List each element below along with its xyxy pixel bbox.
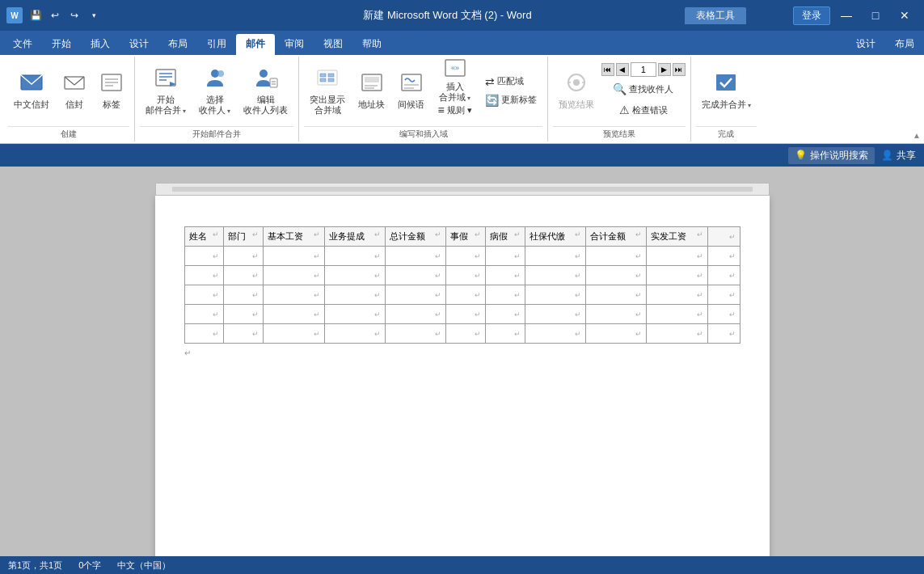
ribbon-group-start-merge: 开始邮件合并 ▾ 选择收件人 ▾ 编辑收件人列表 开始邮件合并 <box>135 57 299 141</box>
col-header-name: 姓名↵ <box>184 227 224 247</box>
cell: ↵ <box>525 266 585 285</box>
insert-merge-field-button[interactable]: «» 插入合并域 ▾ <box>432 62 477 99</box>
find-recipient-button[interactable]: 🔍 查找收件人 <box>607 80 679 98</box>
tab-table-design[interactable]: 设计 <box>846 34 885 55</box>
tab-layout[interactable]: 布局 <box>158 34 197 55</box>
document-page[interactable]: 姓名↵ 部门↵ 基本工资↵ 业务提成↵ 总计金额↵ 事假↵ 病假↵ 社保代缴↵ … <box>155 196 770 556</box>
tab-mailings[interactable]: 邮件 <box>236 34 275 55</box>
share-button[interactable]: 👤 共享 <box>881 149 916 162</box>
biaoqian-label: 标签 <box>103 99 120 110</box>
match-fields-label: 匹配域 <box>497 75 524 87</box>
search-help-button[interactable]: 💡 操作说明搜索 <box>788 147 875 164</box>
col-header-total-amount: 总计金额↵ <box>385 227 445 247</box>
redo-button[interactable]: ↪ <box>66 7 82 23</box>
cell: ↵ <box>707 247 740 266</box>
highlight-merge-label: 突出显示合并域 <box>310 95 345 116</box>
cell: ↵ <box>324 285 385 305</box>
zhongwen-xinfeng-label: 中文信封 <box>14 99 49 110</box>
undo-button[interactable]: ↩ <box>47 7 63 23</box>
cell: ↵ <box>445 305 485 324</box>
title-bar-left: W 💾 ↩ ↪ ▾ <box>6 7 102 23</box>
customize-quick-access-button[interactable]: ▾ <box>86 7 102 23</box>
ribbon-group-create-content: 中文信封 信封 标签 <box>8 58 129 125</box>
rules-label: 规则 ▾ <box>447 104 472 116</box>
col-header-actual-salary: 实发工资↵ <box>647 227 707 247</box>
next-record-button[interactable]: ▶ <box>658 63 671 76</box>
cell: ↵ <box>324 324 385 344</box>
tab-design[interactable]: 设计 <box>120 34 158 55</box>
preview-results-button[interactable]: 预览结果 <box>553 62 600 119</box>
biaoqian-icon <box>99 70 124 98</box>
select-recipient-button[interactable]: 选择收件人 ▾ <box>193 62 236 119</box>
zhongwen-xinfeng-button[interactable]: 中文信封 <box>8 62 55 119</box>
svg-rect-23 <box>365 77 379 82</box>
cell: ↵ <box>445 285 485 305</box>
cell: ↵ <box>707 324 740 344</box>
tab-insert[interactable]: 插入 <box>81 34 120 55</box>
xinfeng-button[interactable]: 信封 <box>57 62 92 119</box>
svg-point-32 <box>573 79 580 86</box>
svg-point-13 <box>259 70 268 78</box>
word-app-icon: W <box>6 7 23 23</box>
cell: ↵ <box>525 324 585 344</box>
rules-button[interactable]: ≡ 规则 ▾ <box>432 101 477 119</box>
ribbon-group-preview-content: 预览结果 ⏮ ◀ ▶ ⏭ 🔍 查找收件人 ⚠ <box>553 58 686 125</box>
check-errors-button[interactable]: ⚠ 检查错误 <box>614 101 673 119</box>
cell: ↵ <box>586 266 647 285</box>
cell: ↵ <box>264 305 324 324</box>
address-block-button[interactable]: 地址块 <box>352 62 390 119</box>
tab-references[interactable]: 引用 <box>197 34 236 55</box>
cell: ↵ <box>324 266 385 285</box>
select-recipient-icon <box>203 65 227 93</box>
finish-merge-button[interactable]: 完成并合并 ▾ <box>696 62 757 119</box>
select-recipient-label: 选择收件人 ▾ <box>199 95 230 116</box>
last-record-button[interactable]: ⏭ <box>673 63 686 76</box>
col-header-sick-leave: 病假↵ <box>485 227 525 247</box>
record-number-input[interactable] <box>631 62 656 77</box>
cell: ↵ <box>586 285 647 305</box>
tab-view[interactable]: 视图 <box>314 34 352 55</box>
match-fields-button[interactable]: ⇄ 匹配域 <box>479 73 542 91</box>
tab-help[interactable]: 帮助 <box>352 34 391 55</box>
login-button[interactable]: 登录 <box>793 6 830 25</box>
biaoqian-button[interactable]: 标签 <box>94 62 129 119</box>
prev-record-button[interactable]: ◀ <box>616 63 629 76</box>
cell: ↵ <box>707 285 740 305</box>
ribbon-collapse-button[interactable]: ▲ <box>913 131 921 140</box>
tab-table-layout[interactable]: 布局 <box>885 34 924 55</box>
cell: ↵ <box>647 266 707 285</box>
cell: ↵ <box>224 247 264 266</box>
edit-recipient-button[interactable]: 编辑收件人列表 <box>238 62 293 119</box>
start-merge-button[interactable]: 开始邮件合并 ▾ <box>140 62 192 119</box>
tab-file[interactable]: 文件 <box>3 34 42 55</box>
svg-text:«»: «» <box>451 64 459 72</box>
document-area: 姓名↵ 部门↵ 基本工资↵ 业务提成↵ 总计金额↵ 事假↵ 病假↵ 社保代缴↵ … <box>0 167 924 556</box>
close-button[interactable]: ✕ <box>892 7 918 23</box>
cell: ↵ <box>445 266 485 285</box>
insert-merge-field-label: 插入合并域 ▾ <box>439 82 470 103</box>
save-button[interactable]: 💾 <box>27 7 44 23</box>
search-help-icon: 💡 <box>795 150 807 161</box>
cell: ↵ <box>264 285 324 305</box>
check-errors-icon: ⚠ <box>619 103 630 116</box>
cell: ↵ <box>184 324 224 344</box>
restore-button[interactable]: □ <box>863 7 888 23</box>
tab-review[interactable]: 审阅 <box>275 34 314 55</box>
cell: ↵ <box>224 305 264 324</box>
start-merge-icon <box>154 65 178 93</box>
cell: ↵ <box>707 305 740 324</box>
cell: ↵ <box>586 247 647 266</box>
cell: ↵ <box>586 324 647 344</box>
cell: ↵ <box>224 266 264 285</box>
tab-home[interactable]: 开始 <box>42 34 81 55</box>
col-header-social-insurance: 社保代缴↵ <box>525 227 585 247</box>
update-labels-button[interactable]: 🔄 更新标签 <box>479 91 542 109</box>
svg-rect-21 <box>328 78 334 82</box>
title-bar: W 💾 ↩ ↪ ▾ 新建 Microsoft Word 文档 (2) - Wor… <box>0 0 924 31</box>
minimize-button[interactable]: — <box>833 7 859 23</box>
first-record-button[interactable]: ⏮ <box>601 63 614 76</box>
cell: ↵ <box>525 285 585 305</box>
ribbon-group-finish: 完成并合并 ▾ 完成 <box>691 57 762 141</box>
highlight-merge-button[interactable]: 突出显示合并域 <box>304 62 351 119</box>
greeting-line-button[interactable]: 间候语 <box>392 62 430 119</box>
